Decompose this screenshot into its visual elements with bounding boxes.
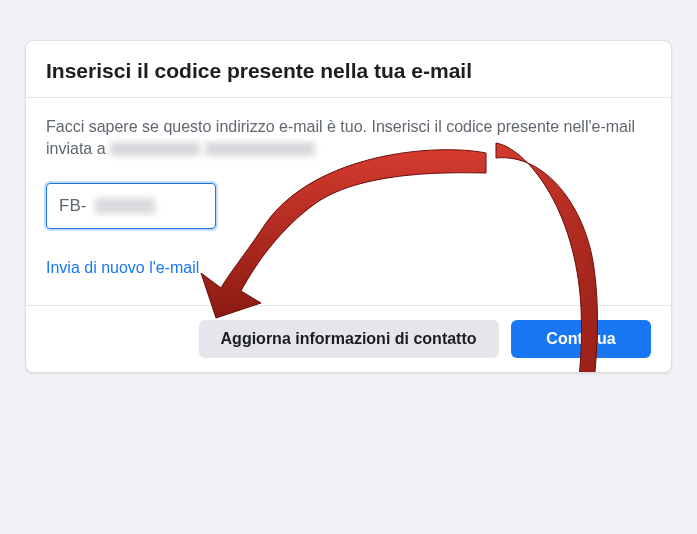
- dialog-header: Inserisci il codice presente nella tua e…: [26, 41, 671, 98]
- resend-email-link[interactable]: Invia di nuovo l'e-mail: [46, 259, 651, 277]
- dialog-title: Inserisci il codice presente nella tua e…: [46, 59, 651, 83]
- redacted-email-part2: [205, 142, 315, 156]
- code-prefix: FB-: [59, 196, 86, 216]
- code-input[interactable]: FB-: [46, 183, 216, 229]
- annotation-arrow-to-input-icon: [186, 133, 506, 333]
- continue-button[interactable]: Continua: [511, 320, 651, 358]
- instruction-text: Facci sapere se questo indirizzo e-mail …: [46, 116, 651, 159]
- verification-dialog: Inserisci il codice presente nella tua e…: [25, 40, 672, 373]
- redacted-code: [95, 198, 155, 214]
- dialog-body: Facci sapere se questo indirizzo e-mail …: [26, 98, 671, 305]
- redacted-email-part1: [110, 142, 200, 156]
- update-contact-button[interactable]: Aggiorna informazioni di contatto: [199, 320, 499, 358]
- dialog-footer: Aggiorna informazioni di contatto Contin…: [26, 305, 671, 372]
